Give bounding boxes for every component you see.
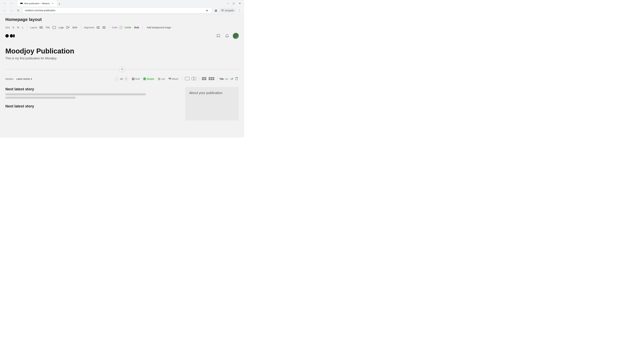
align-left-icon[interactable] (96, 25, 100, 29)
grid-2col-icon[interactable] (201, 76, 207, 82)
publication-header: Moodjoy Publication This is my first pub… (0, 40, 244, 63)
layout-group: Layout Title Logo Both (27, 25, 81, 29)
story-title-2: Next latest story (5, 104, 181, 108)
svg-rect-19 (132, 78, 133, 79)
color-bold[interactable]: Bold (133, 25, 140, 29)
svg-rect-7 (66, 26, 68, 29)
view-list[interactable]: List (156, 77, 166, 81)
forward-button[interactable]: → (9, 8, 14, 13)
svg-rect-21 (132, 79, 133, 80)
layout-lines-icon[interactable] (39, 25, 44, 29)
tab-close-button[interactable]: ✕ (51, 2, 54, 5)
bookmark-page-button[interactable]: ★ (204, 8, 209, 13)
toolbar: Size S M L Layout Title Logo Both (0, 23, 244, 31)
svg-rect-34 (194, 77, 196, 80)
size-label: Size (5, 26, 10, 29)
add-section-button[interactable]: + (119, 66, 125, 72)
svg-rect-37 (202, 79, 204, 80)
size-m[interactable]: M (16, 25, 20, 29)
add-background-button[interactable]: Add background image (146, 25, 172, 29)
chevron-down-icon: ▾ (31, 78, 32, 80)
svg-rect-10 (96, 26, 100, 27)
layout-title[interactable]: Title (44, 25, 51, 29)
svg-rect-43 (211, 79, 212, 80)
svg-rect-4 (40, 27, 43, 28)
delete-section-button[interactable] (234, 76, 239, 82)
svg-rect-22 (133, 79, 134, 80)
view-list-label: List (161, 78, 165, 80)
layout-logo-icon[interactable] (52, 25, 56, 29)
section-dropdown[interactable]: Latest stories ▾ (15, 77, 33, 81)
layout-both-icon[interactable] (66, 25, 70, 29)
publication-description: This is my first publication for Moodjoy… (5, 57, 239, 60)
count-plus-button[interactable]: + (124, 77, 128, 81)
svg-rect-24 (144, 79, 146, 79)
browser-back-button[interactable]: ← (2, 1, 8, 6)
view-mixed[interactable]: Mixed (167, 77, 180, 81)
browser-forward-button[interactable]: → (9, 1, 14, 6)
story-title-1: Next latest story (5, 87, 181, 91)
color-circle[interactable] (119, 26, 122, 29)
layout-logo[interactable]: Logo (58, 25, 65, 29)
svg-point-17 (10, 34, 13, 37)
title-off[interactable]: off (230, 78, 233, 80)
svg-point-18 (13, 34, 15, 37)
align-center-icon[interactable] (102, 25, 106, 29)
card-single-icon[interactable] (184, 76, 190, 82)
svg-point-2 (222, 10, 223, 10)
svg-rect-33 (192, 77, 194, 80)
maximize-button[interactable]: ◻ (232, 1, 236, 6)
user-avatar[interactable] (233, 33, 239, 39)
svg-rect-26 (158, 78, 160, 78)
grid-options (201, 76, 217, 82)
svg-rect-8 (68, 27, 70, 27)
active-tab[interactable]: New publication – Medium ✕ (18, 0, 57, 6)
size-s[interactable]: S (12, 25, 15, 29)
bookmark-nav-button[interactable] (215, 33, 221, 39)
section-dropdown-text: Latest stories (16, 78, 30, 80)
minimize-button[interactable]: ─ (226, 1, 230, 6)
size-l[interactable]: L (21, 25, 24, 29)
back-button[interactable]: ← (2, 8, 8, 13)
svg-rect-6 (53, 26, 56, 29)
address-bar[interactable]: medium.com/new-publication ★ (22, 7, 212, 13)
add-section-container: + (0, 63, 244, 75)
svg-rect-42 (209, 79, 210, 80)
grid-3col-icon[interactable] (208, 76, 215, 82)
view-stream[interactable]: Stream (142, 77, 156, 81)
story-bar-long-1 (5, 93, 146, 95)
alignment-label: Alignment (84, 26, 94, 29)
sidebar-column: About your publication (185, 87, 239, 120)
card-options (184, 76, 199, 82)
browser-menu-button[interactable]: ⋮ (237, 8, 242, 13)
svg-rect-13 (102, 26, 106, 27)
svg-rect-9 (68, 27, 69, 28)
svg-rect-38 (204, 79, 206, 80)
incognito-label: Incognito (225, 9, 234, 12)
card-split-icon[interactable] (191, 76, 197, 82)
view-stream-label: Stream (146, 78, 154, 80)
title-on[interactable]: on (225, 78, 228, 80)
svg-rect-15 (102, 28, 106, 28)
story-item-2: Next latest story (5, 104, 181, 108)
close-window-button[interactable]: ✕ (238, 1, 242, 6)
reload-button[interactable]: ↻ (16, 8, 21, 13)
stories-column: Next latest story Next latest story (5, 87, 181, 120)
count-minus-button[interactable]: - (115, 77, 119, 81)
story-bar-short-1 (5, 97, 76, 99)
split-view-button[interactable]: ▦ (214, 8, 218, 13)
view-grid[interactable]: Grid (130, 77, 141, 81)
svg-rect-41 (213, 77, 214, 78)
section-controls: Section: Latest stories ▾ - 10 + Grid St… (0, 75, 244, 83)
svg-rect-32 (185, 77, 189, 80)
nav-bar (0, 31, 244, 40)
svg-rect-31 (170, 79, 171, 79)
address-bar-row: ← → ↻ medium.com/new-publication ★ ▦ Inc… (0, 7, 244, 14)
color-subtle[interactable]: Subtle (124, 25, 132, 29)
tab-favicon (20, 2, 23, 5)
new-tab-button[interactable]: + (57, 2, 62, 6)
svg-point-16 (5, 34, 9, 37)
view-options: Grid Stream List Mixed (130, 77, 182, 81)
bell-nav-button[interactable] (224, 33, 230, 39)
layout-both[interactable]: Both (72, 25, 78, 29)
